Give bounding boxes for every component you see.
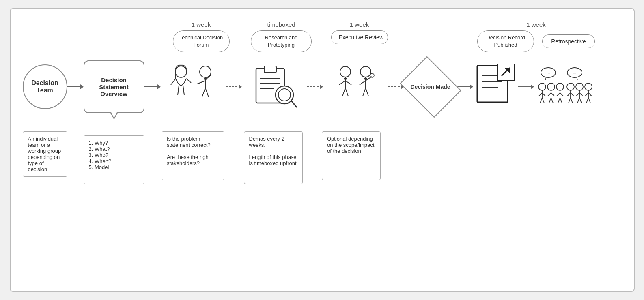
decision-team-block: Decision Team	[23, 64, 67, 109]
svg-line-80	[571, 93, 574, 96]
svg-line-68	[551, 93, 554, 96]
box3-text: Is the problem statement correct? Are th…	[167, 136, 211, 166]
arrow-1	[67, 82, 84, 92]
svg-line-86	[579, 93, 583, 96]
decision-made-node: Decision Made	[404, 64, 457, 109]
executive-review-block	[323, 62, 388, 111]
svg-line-32	[345, 88, 348, 96]
exec-people-icon	[323, 62, 388, 111]
diagram-container: 1 week Technical Decision Forum timeboxe…	[10, 8, 635, 292]
pill-retrospective: Retrospective	[542, 34, 595, 48]
svg-line-70	[551, 98, 553, 103]
research-block	[242, 62, 307, 111]
svg-point-36	[370, 73, 374, 77]
decision-made-block: Decision Made	[404, 64, 457, 109]
pill-executive: Executive Review	[331, 30, 388, 44]
arrow-7	[518, 82, 534, 92]
svg-line-91	[585, 93, 588, 96]
svg-point-89	[585, 83, 592, 90]
svg-line-93	[586, 98, 588, 103]
pill-technical: Technical Decision Forum	[173, 30, 230, 52]
pill-research: Research and Prototyping	[251, 30, 312, 52]
svg-point-77	[567, 83, 574, 90]
svg-line-73	[557, 93, 560, 96]
arrow-2	[144, 82, 161, 92]
svg-line-5	[171, 79, 176, 85]
svg-marker-26	[320, 84, 323, 89]
timing-week1-c: 1 week	[526, 21, 546, 28]
retro-people-icon: ... ...	[534, 64, 595, 109]
box5-text: Optional depending on the scope/impact o…	[327, 136, 374, 154]
svg-point-27	[340, 66, 351, 77]
timing-week1-b: 1 week	[350, 21, 369, 28]
svg-line-13	[202, 88, 205, 97]
document-block	[473, 62, 518, 111]
timing-timeboxed: timeboxed	[267, 21, 295, 28]
svg-line-69	[549, 98, 551, 103]
svg-line-82	[571, 98, 573, 103]
label-box-3: Is the problem statement correct? Are th…	[162, 131, 224, 180]
svg-line-81	[569, 98, 571, 103]
svg-line-11	[197, 81, 205, 84]
svg-point-65	[547, 83, 555, 90]
svg-line-79	[567, 93, 571, 96]
svg-point-59	[538, 83, 546, 90]
svg-line-61	[539, 93, 542, 96]
svg-line-64	[542, 98, 544, 103]
svg-line-75	[558, 98, 560, 103]
document-icon	[473, 62, 518, 111]
svg-line-38	[363, 88, 366, 96]
statement-block: Decision Statement Overview	[84, 60, 144, 113]
label-box-1: An individual team or a working group de…	[23, 131, 67, 177]
svg-line-94	[588, 98, 590, 103]
svg-line-85	[576, 93, 579, 96]
retrospective-block: ... ...	[534, 64, 595, 109]
svg-line-63	[540, 98, 542, 103]
technical-forum-block	[161, 62, 226, 111]
people-icon	[161, 62, 226, 111]
svg-line-76	[560, 98, 562, 103]
svg-point-9	[200, 66, 211, 77]
svg-line-62	[542, 93, 545, 96]
svg-line-67	[548, 93, 551, 96]
box2-text: 1. Why? 2. What? 3. Who? 4. When? 5. Mod…	[89, 140, 112, 170]
svg-line-29	[339, 81, 345, 85]
svg-point-83	[576, 83, 583, 90]
svg-line-88	[579, 98, 582, 103]
svg-line-30	[345, 81, 351, 85]
svg-marker-52	[531, 84, 534, 89]
decision-team-node: Decision Team	[23, 64, 67, 109]
svg-text:...: ...	[546, 70, 550, 75]
label-box-4: Demos every 2 weeks. Length of this phas…	[244, 131, 303, 184]
timing-week1-a: 1 week	[192, 21, 211, 28]
svg-rect-18	[264, 66, 276, 73]
label-box-5: Optional depending on the scope/impact o…	[322, 131, 381, 180]
statement-node: Decision Statement Overview	[84, 60, 144, 113]
svg-marker-43	[470, 84, 473, 89]
svg-point-33	[360, 66, 371, 77]
svg-point-23	[278, 89, 291, 101]
svg-line-6	[186, 79, 191, 83]
svg-line-92	[588, 93, 592, 96]
clipboard-icon	[242, 62, 307, 111]
svg-line-14	[205, 88, 209, 97]
svg-marker-3	[157, 84, 161, 89]
svg-point-4	[175, 66, 187, 77]
svg-marker-16	[239, 84, 242, 89]
svg-line-87	[577, 98, 579, 103]
pill-record: Decision Record Published	[477, 30, 534, 52]
svg-line-37	[360, 81, 366, 85]
svg-line-7	[178, 86, 179, 95]
svg-line-24	[291, 101, 297, 107]
svg-line-74	[560, 93, 563, 96]
svg-line-8	[183, 86, 184, 95]
svg-text:...: ...	[573, 70, 576, 75]
svg-marker-1	[80, 84, 84, 89]
box4-text: Demos every 2 weeks. Length of this phas…	[249, 136, 297, 166]
arrow-4	[307, 82, 323, 92]
svg-point-71	[556, 83, 564, 90]
arrow-3	[226, 82, 242, 92]
svg-line-39	[366, 88, 368, 96]
svg-line-31	[342, 88, 345, 96]
label-box-2: 1. Why? 2. What? 3. Who? 4. When? 5. Mod…	[84, 135, 144, 184]
